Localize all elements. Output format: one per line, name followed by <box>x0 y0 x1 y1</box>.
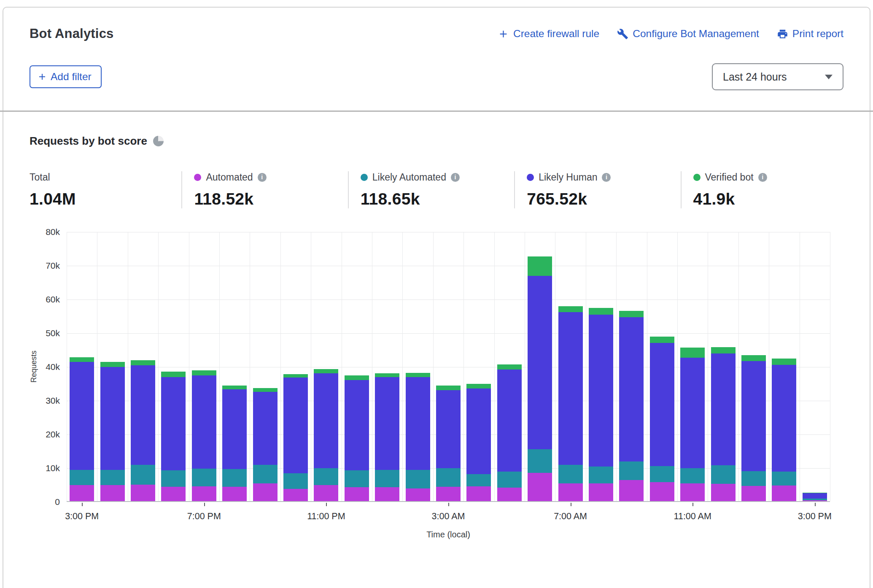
gridline-h <box>67 333 830 334</box>
bar-segment-likely-human <box>253 392 278 465</box>
bar-segment-likely-human <box>222 389 247 469</box>
y-tick-label: 20k <box>24 429 60 440</box>
gridline-h <box>67 266 830 266</box>
info-icon[interactable]: i <box>258 173 267 182</box>
gridline-v <box>128 232 128 501</box>
bar-segment-likely-human <box>375 377 399 470</box>
info-icon[interactable]: i <box>451 173 460 182</box>
action-link-create-firewall-rule[interactable]: Create firewall rule <box>498 28 599 40</box>
x-tick-label: 11:00 AM <box>674 511 711 522</box>
bar-segment-likely-human <box>466 388 491 474</box>
bar-segment-automated <box>253 483 278 501</box>
bar-segment-likely-automated <box>161 470 186 487</box>
gridline-v <box>830 232 830 501</box>
y-tick-label: 80k <box>24 227 60 237</box>
add-filter-button[interactable]: Add filter <box>30 65 102 88</box>
bar-segment-verified-bot <box>222 386 247 389</box>
chevron-down-icon <box>825 75 833 79</box>
gridline-v <box>555 232 555 501</box>
bar-segment-likely-automated <box>741 471 766 486</box>
gridline-v <box>463 232 464 501</box>
time-range-value: Last 24 hours <box>723 71 787 83</box>
bar-segment-verified-bot <box>528 256 552 276</box>
bar-segment-verified-bot <box>283 374 308 378</box>
gridline-v <box>402 232 403 501</box>
bar-segment-likely-automated <box>466 474 491 486</box>
bar-segment-verified-bot <box>741 355 766 361</box>
info-icon[interactable]: i <box>758 173 767 182</box>
bar-segment-automated <box>803 500 827 501</box>
x-tick-mark <box>448 503 449 506</box>
bar-segment-likely-automated <box>528 449 552 473</box>
bar-segment-automated <box>589 483 613 501</box>
gridline-v <box>647 232 647 501</box>
time-range-dropdown[interactable]: Last 24 hours <box>712 63 843 90</box>
stat-label: Total <box>30 172 50 183</box>
x-tick-label: 3:00 PM <box>798 511 832 522</box>
stacked-bar <box>253 388 278 501</box>
bar-segment-automated <box>345 487 369 501</box>
bar-segment-likely-automated <box>345 470 369 487</box>
bar-segment-verified-bot <box>70 357 94 362</box>
gridline-v <box>708 232 708 501</box>
stat-likely-human: Likely Humani765.52k <box>514 171 680 208</box>
y-tick-label: 10k <box>24 463 60 473</box>
action-link-print-report[interactable]: Print report <box>777 28 843 40</box>
x-tick-mark <box>571 503 571 506</box>
bar-segment-likely-human <box>70 362 94 470</box>
bar-segment-likely-human <box>528 276 552 449</box>
bar-segment-likely-automated <box>253 465 278 483</box>
bar-segment-automated <box>406 488 430 501</box>
stacked-bar <box>314 369 338 501</box>
bar-segment-likely-automated <box>558 465 583 483</box>
y-tick-label: 60k <box>24 294 60 305</box>
bar-segment-automated <box>100 485 125 501</box>
bar-segment-likely-human <box>283 378 308 473</box>
stat-value: 118.52k <box>194 190 339 208</box>
stacked-bar <box>558 306 583 501</box>
bar-segment-likely-automated <box>650 466 674 482</box>
x-tick-label: 7:00 AM <box>554 511 587 522</box>
bar-segment-likely-human <box>680 358 705 468</box>
x-tick-mark <box>815 503 816 506</box>
stacked-bar <box>619 311 644 501</box>
stacked-bar <box>161 372 186 501</box>
plot-area: 010k20k30k40k50k60k70k80kRequests <box>67 232 830 502</box>
stat-label: Verified bot <box>705 172 754 183</box>
gridline-v <box>67 232 67 501</box>
gridline-v <box>800 232 800 501</box>
bar-segment-verified-bot <box>619 311 644 317</box>
gridline-v <box>189 232 189 501</box>
stacked-bar <box>803 493 827 501</box>
bar-segment-automated <box>528 473 552 501</box>
page-title: Bot Analytics <box>30 26 114 41</box>
bar-segment-likely-human <box>619 317 644 461</box>
stat-value: 765.52k <box>527 190 672 208</box>
gridline-h <box>67 232 830 232</box>
gridline-v <box>280 232 281 501</box>
stat-label: Automated <box>206 172 253 183</box>
bar-segment-automated <box>711 484 736 501</box>
gridline-v <box>219 232 220 501</box>
gridline-v <box>342 232 342 501</box>
stacked-bar <box>497 364 522 501</box>
bar-segment-likely-human <box>711 353 736 465</box>
bar-segment-likely-automated <box>222 469 247 487</box>
gridline-h <box>67 299 830 300</box>
stat-value: 118.65k <box>361 190 506 208</box>
bar-segment-verified-bot <box>711 347 736 353</box>
bar-segment-likely-automated <box>772 472 796 486</box>
bar-segment-verified-bot <box>345 375 369 380</box>
gridline-v <box>250 232 250 501</box>
bar-segment-likely-automated <box>436 468 461 486</box>
x-tick-mark <box>204 503 205 506</box>
bar-segment-automated <box>131 485 155 501</box>
bar-segment-verified-bot <box>253 388 278 392</box>
x-tick-label: 3:00 PM <box>65 511 99 522</box>
bar-segment-verified-bot <box>497 364 522 370</box>
bar-segment-likely-human <box>436 390 461 469</box>
bar-segment-automated <box>497 488 522 501</box>
action-link-configure-bot-management[interactable]: Configure Bot Management <box>617 28 759 40</box>
bar-segment-likely-human <box>192 375 216 469</box>
info-icon[interactable]: i <box>602 173 611 182</box>
